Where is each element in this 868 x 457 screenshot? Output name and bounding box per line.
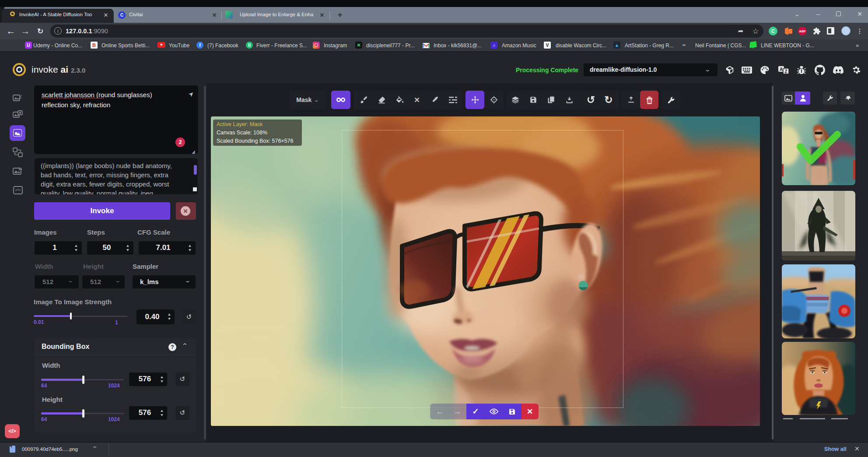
svg-text:Z: Z <box>784 69 787 74</box>
svg-text:A: A <box>780 67 783 72</box>
